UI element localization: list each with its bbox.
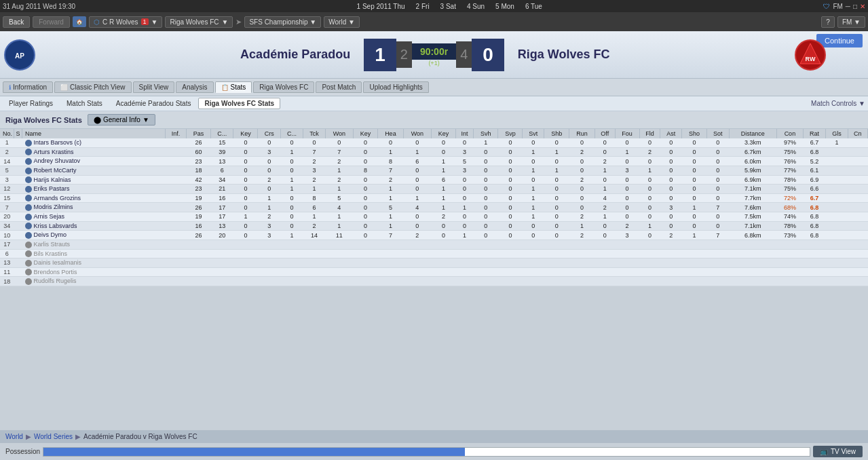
table-row[interactable]: 7Modris Zilmins2617010640541100100200317… — [0, 203, 868, 212]
home-icon[interactable]: 🏠 — [73, 16, 86, 27]
breadcrumb-world-series[interactable]: World Series — [34, 433, 73, 440]
maximize-icon[interactable]: □ — [853, 3, 857, 10]
player-number: 6 — [0, 249, 14, 258]
col-key2[interactable]: Key — [353, 129, 377, 138]
table-row[interactable]: 11Brendons Portis — [0, 267, 868, 277]
col-inf[interactable]: Inf. — [166, 129, 187, 138]
player-stat-crs — [258, 267, 280, 277]
col-off[interactable]: Off — [595, 129, 615, 138]
player-contribution — [777, 249, 804, 258]
col-key1[interactable]: Key — [233, 129, 258, 138]
sub-tab-player-ratings[interactable]: Player Ratings — [3, 98, 59, 109]
tv-view-button[interactable]: 📺 TV View — [813, 446, 863, 457]
player-stat-shb: 0 — [544, 221, 569, 231]
col-gls[interactable]: Gls — [826, 129, 848, 138]
col-rat[interactable]: Rat — [803, 129, 825, 138]
player-stat-sho: 1 — [682, 203, 707, 212]
close-icon[interactable]: ✕ — [860, 3, 865, 10]
player-icon — [25, 223, 32, 229]
table-row[interactable]: 14Andrey Shuvatov23130002208615000002000… — [0, 157, 868, 166]
player-stat-pas: 19 — [186, 193, 210, 203]
tab-analysis[interactable]: Analysis — [176, 81, 213, 93]
col-con[interactable]: Con — [777, 129, 804, 138]
col-sho[interactable]: Sho — [682, 129, 707, 138]
col-name[interactable]: Name — [22, 129, 166, 138]
col-no[interactable]: No. — [0, 129, 14, 138]
table-row[interactable]: 18Rudolfs Rugelis — [0, 277, 868, 286]
player-stat-key3 — [431, 249, 455, 258]
player-stat-sot: 0 — [707, 212, 730, 222]
match-controls[interactable]: Match Controls ▼ — [811, 100, 865, 107]
col-c2[interactable]: C... — [280, 129, 303, 138]
col-ast[interactable]: Ast — [660, 129, 682, 138]
table-row[interactable]: 6Bils Krastins — [0, 249, 868, 258]
general-info-button[interactable]: ⬤ General Info ▼ — [88, 114, 155, 126]
col-tck[interactable]: Tck — [303, 129, 326, 138]
player-stat-svh: 0 — [474, 147, 498, 157]
table-row[interactable]: 1Intars Barsovs (c)261500000000001000000… — [0, 138, 868, 147]
table-row[interactable]: 15Armands Grozins19160108501110001004000… — [0, 193, 868, 203]
tab-upload-highlights[interactable]: Upload Highlights — [363, 81, 428, 93]
team-selector[interactable]: Riga Wolves FC ▼ — [165, 16, 233, 28]
competition-selector[interactable]: SFS Championship ▼ — [244, 16, 321, 28]
col-s[interactable]: S — [14, 129, 22, 138]
player-stat-crs — [258, 258, 280, 268]
tab-information[interactable]: ℹ Information — [3, 81, 53, 93]
col-svp[interactable]: Svp — [498, 129, 523, 138]
col-hea[interactable]: Hea — [377, 129, 403, 138]
player-stat-tck: 2 — [303, 157, 326, 166]
col-shb[interactable]: Shb — [544, 129, 569, 138]
table-row[interactable]: 20Arnis Sejas19171201101020001021000007.… — [0, 212, 868, 222]
col-svh[interactable]: Svh — [474, 129, 498, 138]
tab-riga-wolves[interactable]: Riga Wolves FC — [253, 81, 314, 93]
player-stat-gls — [826, 258, 848, 268]
player-stat-won2 — [403, 267, 431, 277]
tab-classic-pitch[interactable]: ⬜ Classic Pitch View — [54, 81, 132, 93]
player-stat-sho — [682, 258, 707, 268]
table-row[interactable]: 17Karlis Strauts — [0, 239, 868, 249]
table-row[interactable]: 3Harijs Kalnias4234021220206000002000000… — [0, 175, 868, 185]
col-svt[interactable]: Svt — [523, 129, 544, 138]
player-stat-key: 0 — [233, 175, 258, 185]
fm-menu-button[interactable]: FM ▼ — [837, 16, 865, 28]
col-key3[interactable]: Key — [431, 129, 455, 138]
table-row[interactable]: 13Dainis Iesalmanis — [0, 258, 868, 268]
table-row[interactable]: 10Deivs Dymo2620031141107201000020302176… — [0, 231, 868, 240]
col-fld[interactable]: Fld — [639, 129, 660, 138]
table-row[interactable]: 5Robert McCarty1860003187013001101310005… — [0, 166, 868, 175]
table-row[interactable]: 34Kriss Labsvards16130302101000000010210… — [0, 221, 868, 231]
col-pas[interactable]: Pas — [186, 129, 210, 138]
col-int[interactable]: Int — [455, 129, 473, 138]
col-cn[interactable]: Cn — [848, 129, 867, 138]
club-selector[interactable]: ⬡ C R Wolves 1 ▼ — [89, 16, 163, 28]
sub-tab-academie-stats[interactable]: Académie Paradou Stats — [110, 98, 197, 109]
tab-split-view[interactable]: Split View — [133, 81, 175, 93]
breadcrumb-world[interactable]: World — [5, 433, 23, 440]
world-selector[interactable]: World ▼ — [324, 16, 360, 28]
col-c1[interactable]: C... — [210, 129, 233, 138]
col-fou[interactable]: Fou — [615, 129, 639, 138]
tab-stats[interactable]: 📋 Stats — [215, 81, 252, 93]
forward-button[interactable]: Forward — [33, 16, 70, 28]
table-row[interactable]: 2Arturs Krastins603903177011030011201200… — [0, 147, 868, 157]
table-row[interactable]: 12Eriks Pastars2321001110101000100100000… — [0, 185, 868, 194]
col-sot[interactable]: Sot — [707, 129, 730, 138]
col-run[interactable]: Run — [569, 129, 595, 138]
minimize-icon[interactable]: ─ — [846, 3, 850, 10]
player-stat-svt: 0 — [523, 175, 544, 185]
col-distance[interactable]: Distance — [729, 129, 776, 138]
player-stat-won1 — [325, 239, 353, 249]
help-button[interactable]: ? — [821, 16, 835, 28]
player-stat-sot: 0 — [707, 138, 730, 147]
col-won2[interactable]: Won — [403, 129, 431, 138]
player-stat-c2: 0 — [280, 212, 303, 222]
back-button[interactable]: Back — [3, 16, 30, 28]
player-stat-off: 4 — [595, 193, 615, 203]
sub-tab-riga-wolves-stats[interactable]: Riga Wolves FC Stats — [198, 98, 280, 109]
player-rating: 6.8 — [803, 203, 825, 212]
player-stat-c2 — [280, 267, 303, 277]
tab-post-match[interactable]: Post Match — [316, 81, 362, 93]
col-won1[interactable]: Won — [325, 129, 353, 138]
col-crs[interactable]: Crs — [258, 129, 280, 138]
sub-tab-match-stats[interactable]: Match Stats — [60, 98, 109, 109]
